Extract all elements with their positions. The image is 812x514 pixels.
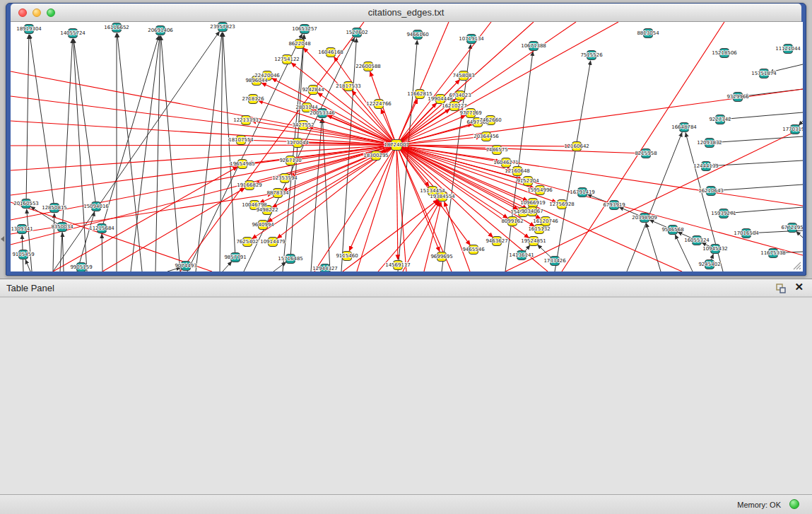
graph-node-label: 9905159 [70, 264, 92, 270]
graph-node-label: 9640994 [252, 222, 274, 228]
graph-node-label: 9699695 [430, 254, 452, 259]
graph-edge[interactable] [717, 185, 803, 190]
graph-node-label: 7458083 [452, 73, 474, 78]
graph-edge[interactable] [796, 231, 803, 238]
graph-edge[interactable] [220, 33, 223, 271]
graph-node-label: 15218506 [712, 50, 737, 56]
graph-edge[interactable] [53, 32, 219, 271]
graph-edge[interactable] [60, 39, 73, 271]
graph-node-label: 15751874 [751, 71, 777, 76]
graph-edge[interactable] [396, 80, 459, 145]
status-bar: Memory: OK [0, 494, 812, 514]
graph-node-label: 2803144 [295, 105, 318, 110]
graph-edge[interactable] [155, 36, 160, 271]
graph-edge[interactable] [273, 262, 286, 271]
graph-edge[interactable] [396, 22, 618, 145]
graph-edge[interactable] [555, 61, 591, 271]
graph-node-label: 9498222 [256, 207, 278, 213]
zoom-window-icon[interactable] [47, 8, 55, 17]
graph-edge[interactable] [11, 145, 396, 170]
graph-edge[interactable] [73, 39, 96, 206]
graph-edge[interactable] [11, 145, 396, 195]
graph-node-label: 1527602 [346, 30, 367, 35]
graph-node-label: 19654985 [230, 161, 255, 167]
graph-node-label: 9034067 [521, 209, 543, 214]
graph-node-label: 6734023 [449, 93, 471, 98]
graph-edge[interactable] [53, 214, 54, 271]
graph-edge[interactable] [646, 223, 661, 271]
graph-edge[interactable] [396, 22, 449, 145]
hidden-panel-handle-icon[interactable] [1, 236, 4, 242]
graph-edge[interactable] [180, 22, 364, 271]
graph-node-label: 12444139 [693, 163, 719, 169]
graph-edge[interactable] [196, 33, 222, 271]
graph-node-label: 9463627 [486, 238, 507, 244]
graph-edge[interactable] [729, 207, 803, 213]
graph-edge[interactable] [161, 36, 180, 271]
network-svg: 1891930414055724161166522069140623957823… [11, 22, 803, 271]
graph-edge[interactable] [396, 145, 803, 255]
graph-edge[interactable] [102, 188, 245, 271]
graph-node-label: 9227342 [709, 117, 731, 122]
graph-node-label: 9267130 [279, 158, 301, 163]
graph-edge[interactable] [715, 136, 803, 142]
graph-edge[interactable] [187, 34, 302, 271]
graph-node-label: 11215684 [89, 226, 114, 231]
graph-node-label: 12213393 [233, 117, 259, 123]
graph-edge[interactable] [117, 33, 142, 271]
network-canvas[interactable]: 1891930414055724161166522069140623957823… [11, 22, 803, 271]
memory-ok-icon [789, 499, 799, 509]
graph-edge[interactable] [11, 145, 396, 146]
graph-edge[interactable] [343, 200, 438, 271]
graph-node-label: 16210227 [442, 103, 467, 109]
graph-node-label: 16046271 [493, 160, 519, 165]
graph-node-label: 14569117 [385, 262, 411, 268]
graph-edge[interactable] [370, 72, 396, 145]
graph-edge[interactable] [102, 234, 102, 271]
graph-edge[interactable] [396, 22, 576, 145]
graph-node-label: 15939271 [711, 211, 736, 216]
graph-edge[interactable] [799, 121, 803, 125]
graph-edge[interactable] [53, 167, 237, 271]
resize-grip[interactable] [792, 260, 801, 270]
graph-edge[interactable] [102, 36, 159, 228]
graph-node-label: 22600588 [355, 64, 381, 69]
graph-node-label: 6772195 [781, 225, 803, 230]
minimize-window-icon[interactable] [33, 8, 41, 17]
graph-edge[interactable] [131, 36, 160, 271]
float-panel-icon[interactable] [775, 283, 787, 294]
graph-edge[interactable] [30, 35, 54, 208]
graph-node-label: 17703190 [782, 127, 803, 132]
graph-node-label: 9857791 [224, 255, 246, 260]
graph-edge[interactable] [726, 112, 803, 119]
graph-node-label: 6793919 [603, 202, 625, 208]
graph-node-label: 16116652 [104, 25, 129, 30]
graph-node-label: 20398909 [632, 215, 657, 221]
graph-edge[interactable] [396, 145, 803, 206]
graph-node-label: 9242844 [302, 87, 324, 93]
close-window-icon[interactable] [18, 8, 27, 17]
graph-edge[interactable] [445, 202, 470, 271]
graph-node-label: 11675338 [760, 250, 786, 256]
graph-edge[interactable] [73, 39, 87, 271]
graph-node-label: 9105459 [12, 252, 34, 257]
graph-edge[interactable] [357, 145, 396, 271]
graph-node-label: 23957823 [210, 24, 235, 30]
graph-node-label: 20364456 [473, 134, 499, 139]
graph-node-label: 7462660 [479, 117, 501, 123]
graph-node-label: 16791419 [570, 189, 595, 195]
graph-node-label: 19384554 [430, 194, 455, 199]
graph-edge[interactable] [25, 259, 30, 271]
graph-edge[interactable] [396, 145, 507, 218]
graph-node-label: 7515526 [580, 52, 603, 58]
graph-node-label: 16648784 [671, 124, 697, 130]
graph-node-label: 8215958 [635, 151, 657, 156]
graph-node-label: 10653257 [292, 26, 317, 32]
graph-edge[interactable] [26, 35, 29, 204]
graph-node-label: 12093832 [697, 140, 722, 146]
window-titlebar[interactable]: citations_edges.txt [11, 4, 801, 22]
graph-edge[interactable] [223, 262, 232, 271]
close-panel-icon[interactable]: ✕ [794, 281, 804, 293]
graph-node-label: 9896044 [245, 78, 268, 83]
graph-node-label: 9329966 [726, 94, 749, 100]
